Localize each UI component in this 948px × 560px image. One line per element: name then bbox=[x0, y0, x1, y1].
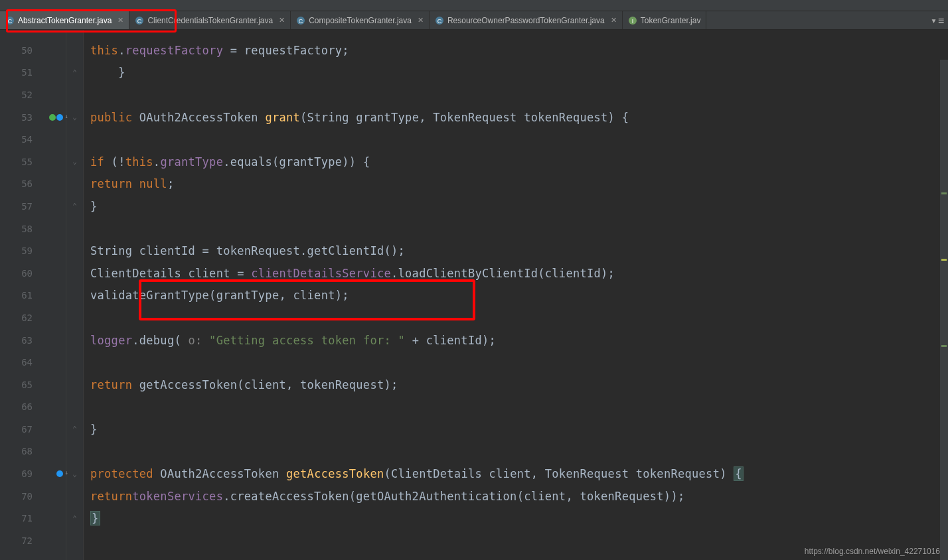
overridden-icon[interactable] bbox=[56, 470, 63, 477]
tab-overflow-menu[interactable]: ▾ ≡ bbox=[927, 11, 948, 29]
line-number[interactable]: 69 bbox=[0, 462, 66, 485]
scrollbar[interactable] bbox=[940, 60, 948, 560]
line-number[interactable]: 67 bbox=[0, 418, 66, 441]
fold-line bbox=[66, 39, 83, 62]
fold-end-icon[interactable]: ⌃ bbox=[66, 195, 83, 218]
line-number-gutter: 50 51 52 53 54 55 56 57 58 59 60 61 62 6… bbox=[0, 30, 66, 560]
line-number[interactable]: 63 bbox=[0, 329, 66, 352]
line-number[interactable]: 71 bbox=[0, 507, 66, 529]
java-class-icon: C bbox=[135, 16, 144, 25]
line-number[interactable]: 59 bbox=[0, 240, 66, 262]
line-number[interactable]: 57 bbox=[0, 195, 66, 218]
line-number[interactable]: 53 bbox=[0, 106, 66, 129]
svg-text:C: C bbox=[299, 18, 303, 25]
close-icon[interactable]: ✕ bbox=[279, 16, 285, 25]
fold-end-icon[interactable]: ⌃ bbox=[66, 507, 83, 529]
line-number[interactable]: 55 bbox=[0, 151, 66, 173]
tab-resource-owner[interactable]: C ResourceOwnerPasswordTokenGranter.java… bbox=[430, 11, 623, 29]
svg-text:C: C bbox=[137, 18, 142, 25]
java-class-icon: C bbox=[296, 16, 305, 25]
line-number[interactable]: 61 bbox=[0, 285, 66, 307]
line-number[interactable]: 54 bbox=[0, 128, 66, 151]
line-number[interactable]: 51 bbox=[0, 62, 66, 84]
java-class-icon: C bbox=[5, 16, 15, 25]
line-number[interactable]: 62 bbox=[0, 307, 66, 329]
svg-text:I: I bbox=[631, 18, 633, 25]
line-number[interactable]: 66 bbox=[0, 396, 66, 419]
line-number[interactable]: 70 bbox=[0, 485, 66, 508]
line-number[interactable]: 50 bbox=[0, 39, 66, 62]
watermark-text: https://blog.csdn.net/weixin_42271016 bbox=[805, 547, 940, 556]
line-number[interactable]: 52 bbox=[0, 84, 66, 106]
line-number[interactable]: 56 bbox=[0, 173, 66, 196]
fold-start-icon[interactable]: ⌄ bbox=[66, 106, 83, 129]
line-number[interactable]: 68 bbox=[0, 441, 66, 463]
close-icon[interactable]: ✕ bbox=[418, 16, 424, 25]
code-text-area[interactable]: this.requestFactory = requestFactory; } … bbox=[84, 30, 948, 560]
java-class-icon: C bbox=[435, 16, 444, 25]
tab-label: AbstractTokenGranter.java bbox=[18, 16, 112, 25]
tab-label: TokenGranter.jav bbox=[641, 16, 701, 25]
tab-client-credentials[interactable]: C ClientCredentialsTokenGranter.java ✕ bbox=[129, 11, 291, 29]
svg-text:C: C bbox=[8, 18, 13, 25]
gutter-method-icons[interactable] bbox=[49, 114, 63, 121]
code-editor: 50 51 52 53 54 55 56 57 58 59 60 61 62 6… bbox=[0, 30, 948, 560]
scroll-mark bbox=[941, 345, 947, 347]
list-icon: ≡ bbox=[938, 15, 944, 27]
line-number[interactable]: 65 bbox=[0, 374, 66, 396]
fold-end-icon[interactable]: ⌃ bbox=[66, 62, 83, 84]
line-number[interactable]: 64 bbox=[0, 351, 66, 374]
line-number[interactable]: 72 bbox=[0, 529, 66, 552]
tab-label: ResourceOwnerPasswordTokenGranter.java bbox=[447, 16, 605, 25]
fold-start-icon[interactable]: ⌄ bbox=[66, 462, 83, 485]
line-number[interactable]: 58 bbox=[0, 218, 66, 240]
close-icon[interactable]: ✕ bbox=[611, 16, 617, 25]
toolbar-strip bbox=[0, 0, 948, 11]
tab-composite[interactable]: C CompositeTokenGranter.java ✕ bbox=[291, 11, 430, 29]
editor-tab-bar: C AbstractTokenGranter.java ✕ C ClientCr… bbox=[0, 11, 948, 30]
java-interface-icon: I bbox=[628, 16, 637, 25]
chevron-down-icon: ▾ bbox=[931, 15, 937, 27]
svg-text:C: C bbox=[437, 18, 442, 25]
close-icon[interactable]: ✕ bbox=[118, 16, 123, 25]
fold-start-icon[interactable]: ⌄ bbox=[66, 151, 83, 173]
tab-abstract-token-granter[interactable]: C AbstractTokenGranter.java ✕ bbox=[0, 11, 129, 29]
scroll-mark bbox=[941, 192, 947, 194]
fold-column: ⌃ ⌄ ⌄ ⌃ ⌃ ⌄ ⌃ bbox=[66, 30, 84, 560]
line-number[interactable]: 60 bbox=[0, 262, 66, 285]
fold-end-icon[interactable]: ⌃ bbox=[66, 418, 83, 441]
gutter-method-icons[interactable] bbox=[56, 470, 63, 477]
overridden-icon[interactable] bbox=[56, 114, 63, 121]
tab-token-granter[interactable]: I TokenGranter.jav bbox=[623, 11, 707, 29]
scroll-mark bbox=[941, 259, 947, 261]
tab-label: CompositeTokenGranter.java bbox=[309, 16, 412, 25]
implements-icon[interactable] bbox=[49, 114, 56, 121]
tab-label: ClientCredentialsTokenGranter.java bbox=[147, 16, 273, 25]
